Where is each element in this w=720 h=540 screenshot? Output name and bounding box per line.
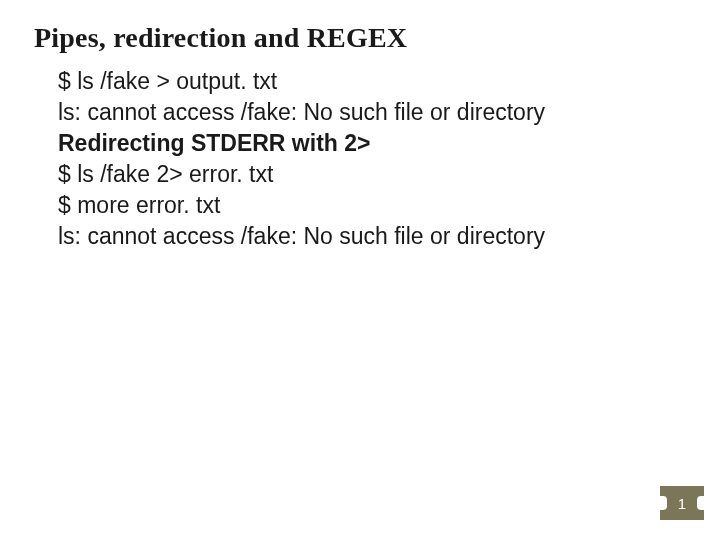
page-number: 1 bbox=[678, 495, 686, 512]
slide-title: Pipes, redirection and REGEX bbox=[0, 0, 720, 66]
slide-body: $ ls /fake > output. txt ls: cannot acce… bbox=[0, 66, 720, 252]
body-line: Redirecting STDERR with 2> bbox=[58, 128, 680, 159]
body-line: $ ls /fake 2> error. txt bbox=[58, 159, 680, 190]
body-line: $ ls /fake > output. txt bbox=[58, 66, 680, 97]
body-line: ls: cannot access /fake: No such file or… bbox=[58, 97, 680, 128]
badge-notch-left bbox=[659, 496, 667, 510]
body-line: ls: cannot access /fake: No such file or… bbox=[58, 221, 680, 252]
badge-notch-right bbox=[697, 496, 705, 510]
page-number-badge: 1 bbox=[660, 486, 704, 520]
body-line: $ more error. txt bbox=[58, 190, 680, 221]
